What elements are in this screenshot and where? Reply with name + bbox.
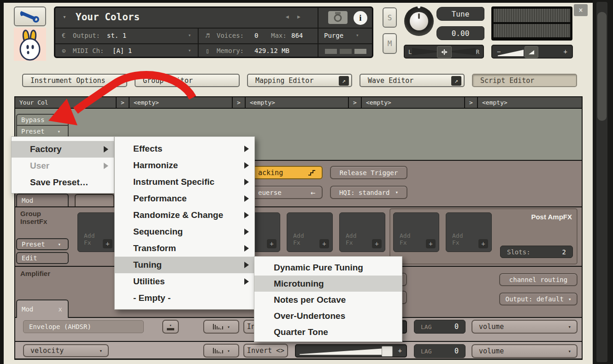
output-value[interactable]: st. 1 <box>107 32 126 39</box>
menu-item-effects[interactable]: Effects <box>115 141 254 157</box>
factory-submenu: Effects Harmonize Instrument Specific Pe… <box>114 136 255 310</box>
add-fx-icon[interactable]: + <box>478 239 488 248</box>
purge-dropdown-icon[interactable]: ▾ <box>356 32 359 38</box>
fx-slot[interactable]: AddFx + <box>77 212 116 252</box>
source-mod-tab[interactable]: Mod <box>16 194 69 206</box>
menu-item-performance[interactable]: Performance <box>115 190 254 207</box>
mod-source-display[interactable]: Envelope (AHDSR) <box>23 320 144 333</box>
amp-mod-tab[interactable]: Mod x <box>16 299 69 318</box>
wrench-button[interactable] <box>14 6 46 26</box>
menu-item-instrument-specific[interactable]: Instrument Specific <box>115 174 254 190</box>
bypass-button[interactable]: Bypass <box>16 114 69 126</box>
midi-dropdown-icon[interactable]: ▾ <box>188 47 191 53</box>
add-fx-icon[interactable]: + <box>372 239 382 248</box>
close-button[interactable]: × <box>574 4 588 16</box>
invert-button[interactable]: Invert <> <box>243 344 288 358</box>
tune-knob[interactable] <box>404 6 435 40</box>
insertfx-title: GroupInsertFx <box>20 210 47 225</box>
wave-editor-button[interactable]: Wave Editor ↗ <box>360 74 465 87</box>
add-fx-icon[interactable]: + <box>267 239 277 248</box>
snapshot-camera-button[interactable] <box>328 11 348 24</box>
next-instrument-icon[interactable]: ▶ <box>297 14 301 20</box>
dropdown-arrow-icon: ▾ <box>58 129 61 135</box>
menu-item-save-preset[interactable]: Save Preset… <box>12 174 114 191</box>
tab-expand-button[interactable]: > <box>117 97 129 108</box>
release-trigger-button[interactable]: Release Trigger <box>330 166 407 179</box>
mod-intensity-slider[interactable]: + <box>295 344 407 358</box>
prev-instrument-icon[interactable]: ◀ <box>286 14 289 20</box>
lag-display[interactable]: LAG 0 <box>414 344 466 358</box>
collapse-arrow-icon[interactable]: ▾ <box>63 13 66 20</box>
instrument-options-button[interactable]: Instrument Options <box>22 74 127 87</box>
script-editor-button[interactable]: Script Editor <box>472 74 577 87</box>
tab-expand-button[interactable]: > <box>233 97 245 108</box>
lag-display[interactable]: LAG 0 <box>414 320 466 334</box>
tab-expand-button[interactable]: > <box>465 97 477 108</box>
insertfx-preset-button[interactable]: Preset ▾ <box>16 238 69 250</box>
fx-slot[interactable]: AddFx + <box>287 212 333 252</box>
group-tab-empty[interactable]: <empty> <box>478 97 582 108</box>
tune-value[interactable]: 0.00 <box>436 26 484 40</box>
slider-handle[interactable] <box>382 346 393 357</box>
fx-slot[interactable]: AddFx + <box>446 212 492 252</box>
menu-item-sequencing[interactable]: Sequencing <box>115 223 254 240</box>
add-fx-icon[interactable]: + <box>426 239 436 248</box>
menu-item-quarter-tone[interactable]: Quarter Tone <box>254 324 402 340</box>
dropdown-arrow-icon: ▾ <box>227 348 230 353</box>
scrollbar-thumb[interactable] <box>597 12 607 121</box>
menu-item-tuning[interactable]: Tuning <box>115 257 254 273</box>
volume-slider[interactable]: − + <box>491 45 573 59</box>
menu-item-randomize-change[interactable]: Randomize & Change <box>115 207 254 223</box>
group-editor-button[interactable]: Group Editor <box>135 74 240 87</box>
info-button[interactable]: i <box>354 11 367 25</box>
output-routing-dropdown[interactable]: Output: default ▾ <box>499 293 578 305</box>
menu-item-harmonize[interactable]: Harmonize <box>115 157 254 174</box>
hidden-mod-control[interactable] <box>75 194 114 206</box>
tab-expand-button[interactable]: > <box>349 97 361 108</box>
output-dropdown-icon[interactable]: ▾ <box>188 32 191 38</box>
mod-source-dropdown[interactable]: velocity ▾ <box>23 344 109 357</box>
group-tab-active[interactable]: Your Col <box>15 97 116 108</box>
fx-slot[interactable]: AddFx + <box>339 212 385 252</box>
pan-handle[interactable] <box>437 46 452 58</box>
mute-button[interactable]: M <box>383 33 397 54</box>
menu-item-dynamic-pure-tuning[interactable]: Dynamic Pure Tuning <box>254 259 402 276</box>
external-window-icon[interactable]: ↗ <box>451 76 461 86</box>
menu-item-factory[interactable]: Factory <box>12 141 114 158</box>
insertfx-edit-button[interactable]: Edit <box>16 252 69 264</box>
fx-slot[interactable]: AddFx + <box>393 212 439 252</box>
group-tab-empty[interactable]: <empty> <box>246 97 348 108</box>
menu-item-notes-per-octave[interactable]: Notes per Octave <box>254 292 402 308</box>
hqi-dropdown[interactable]: HQI: standard ▾ <box>330 186 407 199</box>
add-fx-icon[interactable]: + <box>103 239 112 248</box>
group-tab-empty[interactable]: <empty> <box>130 97 232 108</box>
add-fx-icon[interactable]: + <box>319 239 329 248</box>
menu-item-microtuning[interactable]: Microtuning <box>254 276 402 292</box>
mod-target-dropdown[interactable]: volume ▾ <box>472 320 578 334</box>
max-value[interactable]: 864 <box>291 32 303 39</box>
menu-item-transform[interactable]: Transform <box>115 240 254 257</box>
volume-handle[interactable] <box>525 46 538 58</box>
volume-plus-label[interactable]: + <box>564 48 567 55</box>
channel-routing-button[interactable]: channel routing <box>499 273 578 286</box>
mod-collapse-button[interactable]: ▾ <box>162 320 179 334</box>
pan-slider[interactable]: L R <box>404 45 484 59</box>
menu-item-over-undertones[interactable]: Over-Undertones <box>254 308 402 324</box>
slots-display[interactable]: Slots: 2 <box>500 246 573 258</box>
external-window-icon[interactable]: ↗ <box>339 76 349 86</box>
button-label: Mapping Editor <box>255 76 313 85</box>
purge-label[interactable]: Purge <box>324 32 343 39</box>
mapping-editor-button[interactable]: Mapping Editor ↗ <box>247 74 352 87</box>
menu-item-empty[interactable]: - Empty - <box>115 290 254 306</box>
menu-item-user[interactable]: User <box>12 158 114 174</box>
volume-minus-label[interactable]: − <box>497 48 501 55</box>
group-tab-empty[interactable]: <empty> <box>362 97 464 108</box>
mod-shaper-dropdown[interactable]: ▾ <box>203 344 239 358</box>
mod-close-icon[interactable]: x <box>59 305 62 313</box>
mod-target-dropdown[interactable]: volume ▾ <box>472 344 578 358</box>
mod-shaper-dropdown[interactable]: ▾ <box>203 320 239 334</box>
slider-plus-label[interactable]: + <box>398 347 402 354</box>
solo-button[interactable]: S <box>383 7 397 28</box>
midi-value[interactable]: [A] 1 <box>112 47 132 54</box>
menu-item-utilities[interactable]: Utilities <box>115 273 254 290</box>
